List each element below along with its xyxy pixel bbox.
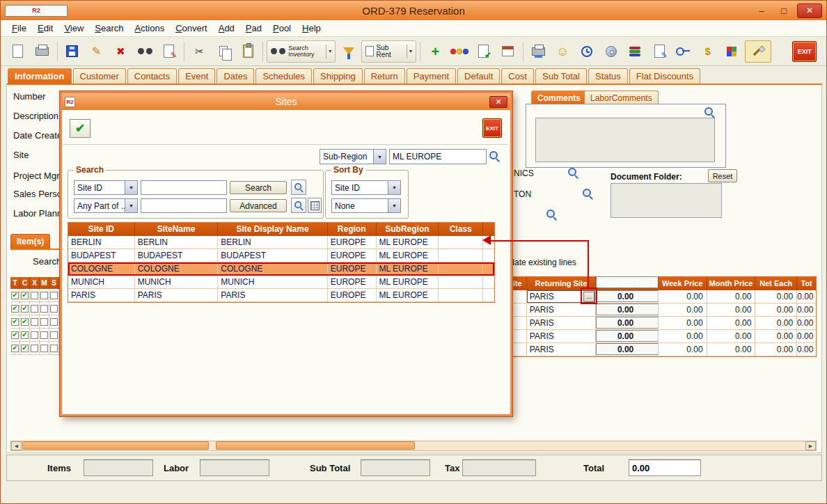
tab-dates[interactable]: Dates	[216, 68, 254, 84]
search-button[interactable]: Search	[230, 181, 287, 194]
tab-comments[interactable]: Comments	[531, 90, 587, 104]
notes-button[interactable]: ✎	[648, 40, 671, 63]
pricing-row[interactable]: PARIS 0.00 0.00 0.00 0.00 0.00	[482, 304, 816, 317]
tab-sub-total[interactable]: Sub Total	[535, 68, 587, 84]
checkbox[interactable]	[31, 305, 38, 313]
sub-rent-button[interactable]: Sub Rent ▾	[361, 40, 416, 63]
print-button[interactable]	[31, 40, 54, 63]
new-document-button[interactable]	[6, 40, 29, 63]
scroll-right-button[interactable]: ▶	[805, 441, 816, 450]
sort-secondary-dropdown[interactable]: None ▼	[331, 198, 401, 213]
checkbox[interactable]: ✔	[11, 345, 19, 352]
tab-labor-comments[interactable]: LaborComments	[584, 90, 659, 104]
pricing-row[interactable]: PARIS 0.00 0.00 0.00 0.00 0.00	[482, 317, 816, 330]
report-button[interactable]	[527, 40, 550, 63]
sort-primary-dropdown[interactable]: Site ID ▼	[331, 180, 401, 195]
chevron-down-icon[interactable]: ▾	[407, 45, 412, 58]
checkbox[interactable]	[31, 318, 38, 326]
tab-cost[interactable]: Cost	[501, 68, 534, 84]
lookup-magnifier-icon[interactable]	[567, 167, 578, 178]
subregion-input[interactable]: ML EUROPE	[389, 149, 487, 164]
menu-item-search[interactable]: Search	[89, 22, 129, 35]
cut-button[interactable]: ✂	[188, 40, 211, 63]
menu-item-view[interactable]: View	[58, 22, 89, 35]
checkbox[interactable]: ✔	[11, 292, 19, 299]
paste-button[interactable]	[237, 40, 260, 63]
tab-items[interactable]: Item(s)	[10, 234, 50, 249]
advanced-button[interactable]: Advanced	[230, 199, 287, 212]
tax-field[interactable]	[462, 459, 536, 476]
menu-item-pool[interactable]: Pool	[267, 22, 297, 35]
checkbox[interactable]	[40, 345, 48, 352]
pad-button[interactable]	[496, 40, 519, 63]
comments-textarea[interactable]	[535, 118, 715, 162]
reset-button[interactable]: Reset	[708, 169, 737, 182]
pricing-row[interactable]: PARIS 0.00 0.00 0.00 0.00 0.00	[482, 343, 816, 356]
checkbox[interactable]	[40, 318, 48, 326]
tab-payment[interactable]: Payment	[407, 68, 456, 84]
search-match-dropdown[interactable]: Any Part of ... ▼	[74, 198, 138, 213]
delete-button[interactable]: ✖	[109, 40, 132, 63]
site-row-munich[interactable]: MUNICH MUNICH MUNICH EUROPE ML EUROPE	[68, 276, 494, 289]
advanced-lookup-button[interactable]	[291, 198, 306, 213]
dialog-close-button[interactable]: ✕	[489, 96, 507, 108]
tab-customer[interactable]: Customer	[73, 68, 126, 84]
tab-status[interactable]: Status	[588, 68, 628, 84]
site-row-cologne-selected[interactable]: COLOGNE COLOGNE COLOGNE EUROPE ML EUROPE	[68, 262, 494, 276]
pricing-row[interactable]: PARIS ... 0.00 0.00 0.00 0.00 0.00	[482, 290, 816, 304]
wand-button[interactable]	[745, 40, 772, 63]
checkbox[interactable]: ✔	[11, 331, 19, 339]
menu-item-add[interactable]: Add	[213, 22, 240, 35]
checkbox[interactable]	[50, 292, 58, 299]
exit-button[interactable]: EXIT	[792, 41, 817, 62]
cd-button[interactable]	[599, 40, 622, 63]
menu-item-help[interactable]: Help	[297, 22, 326, 35]
key-button[interactable]	[672, 40, 695, 63]
money-button[interactable]: $	[696, 40, 719, 63]
tab-information[interactable]: Information	[8, 68, 72, 84]
clock-button[interactable]	[576, 40, 599, 63]
subregion-lookup-icon[interactable]	[489, 150, 500, 162]
checkbox[interactable]	[31, 331, 38, 339]
lookup-magnifier-icon[interactable]	[582, 188, 593, 199]
checkbox[interactable]	[50, 345, 58, 352]
grid-view-button[interactable]	[308, 198, 322, 213]
smiley-button[interactable]: ☺	[551, 40, 574, 63]
search-field-dropdown[interactable]: Site ID ▼	[74, 180, 138, 195]
checkbox[interactable]: ✔	[21, 292, 29, 299]
tab-default[interactable]: Default	[457, 68, 500, 84]
menu-item-pad[interactable]: Pad	[240, 22, 267, 35]
find-edit-button[interactable]: ✎	[157, 40, 180, 63]
dialog-exit-button[interactable]: EXIT	[482, 118, 502, 138]
copy-button[interactable]	[212, 40, 235, 63]
checkbox[interactable]: ✔	[21, 318, 29, 326]
items-total-field[interactable]	[84, 459, 153, 476]
tab-contacts[interactable]: Contacts	[127, 68, 177, 84]
checkbox[interactable]	[31, 345, 38, 352]
tab-shipping[interactable]: Shipping	[313, 68, 363, 84]
document-folder-box[interactable]	[611, 183, 722, 218]
checkbox[interactable]	[40, 331, 48, 339]
maximize-button[interactable]: □	[775, 4, 793, 17]
tab-return[interactable]: Return	[364, 68, 405, 84]
checkbox[interactable]	[40, 292, 48, 299]
scroll-left-button[interactable]: ◀	[11, 441, 22, 450]
checkbox[interactable]: ✔	[11, 318, 19, 326]
scrollbar-thumb[interactable]	[22, 441, 209, 450]
scrollbar-thumb[interactable]	[216, 441, 415, 450]
database-button[interactable]	[624, 40, 647, 63]
lookup-magnifier-icon[interactable]	[546, 209, 557, 220]
checkbox[interactable]	[50, 318, 58, 326]
pool-button[interactable]	[448, 40, 471, 63]
menu-item-actions[interactable]: Actions	[129, 22, 171, 35]
search-inventory-button[interactable]: Search Inventory ▾	[267, 40, 336, 63]
tab-schedules[interactable]: Schedules	[255, 68, 312, 84]
total-field[interactable]: 0.00	[629, 459, 701, 476]
checkbox[interactable]: ✔	[21, 305, 29, 313]
subregion-dropdown[interactable]: Sub-Region ▼	[320, 149, 386, 164]
tab-flat-discounts[interactable]: Flat Discounts	[629, 68, 700, 84]
dialog-ok-button[interactable]: ✔	[70, 119, 90, 138]
chevron-down-icon[interactable]: ▾	[326, 45, 331, 58]
checkbox[interactable]	[50, 331, 58, 339]
checkbox[interactable]: ✔	[21, 345, 29, 352]
